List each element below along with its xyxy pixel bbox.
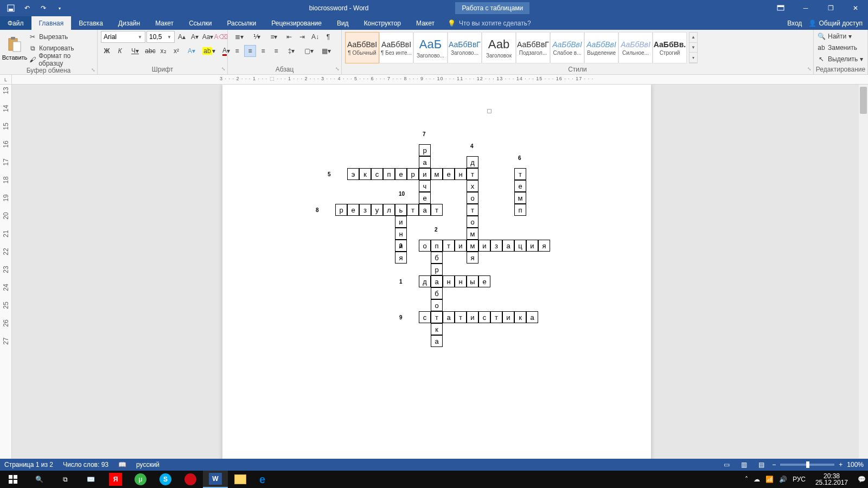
find-button[interactable]: 🔍Найти ▾ [817,31,863,42]
crossword-cell[interactable]: т [407,204,419,216]
tab-layout[interactable]: Макет [148,16,181,30]
style-item[interactable]: АаБбВвІСлабое в... [550,32,584,63]
justify-icon[interactable]: ≡ [270,45,282,57]
crossword-cell[interactable]: е [347,204,359,216]
crossword-cell[interactable]: н [455,275,467,287]
page[interactable]: радэкспериментчхееомрезультаттпионмиопти… [222,85,651,471]
crossword-cell[interactable]: м [467,240,478,252]
multilevel-icon[interactable]: ≡▾ [266,31,282,43]
crossword-cell[interactable]: а [419,204,431,216]
crossword-cell[interactable]: п [514,204,526,216]
crossword-cell[interactable]: е [395,168,407,180]
style-item[interactable]: АаБбВвІ¶ Без инте... [379,32,413,63]
crossword-cell[interactable]: р [431,264,443,275]
crossword-cell[interactable]: с [419,311,431,323]
crossword-cell[interactable]: т [431,311,443,323]
undo-icon[interactable]: ↶ [21,2,34,15]
zoom-in-icon[interactable]: + [839,461,843,468]
ribbon-display-icon[interactable] [768,0,793,16]
shading-icon[interactable]: ▢▾ [301,45,317,57]
task-view-icon[interactable]: ⧉ [52,471,78,488]
share-button[interactable]: 👤Общий доступ [808,20,863,27]
text-effects-icon[interactable]: A▾ [183,45,200,57]
change-case-icon[interactable]: Aa▾ [202,31,214,43]
tray-wifi-icon[interactable]: 📶 [765,476,774,483]
crossword-cell[interactable]: т [490,311,502,323]
start-button[interactable] [0,471,26,488]
tray-notifications-icon[interactable]: 💬 [858,476,866,483]
clear-format-icon[interactable]: A⌫ [215,31,227,43]
subscript-button[interactable]: x₂ [157,45,169,57]
crossword-cell[interactable]: д [419,275,431,287]
align-center-icon[interactable]: ≡ [244,45,256,57]
tab-view[interactable]: Вид [329,16,356,30]
maximize-icon[interactable]: ❐ [818,0,843,16]
tell-me-input[interactable]: 💡Что вы хотите сделать? [442,16,782,30]
tab-home[interactable]: Главная [31,16,72,30]
tray-language[interactable]: РУС [793,476,806,483]
crossword-cell[interactable]: е [443,168,455,180]
crossword-cell[interactable]: п [431,240,443,252]
vertical-scrollbar[interactable]: ▲ ▼ [859,85,868,471]
tray-clock[interactable]: 20:3825.12.2017 [811,473,852,486]
style-item[interactable]: АаbЗаголовок [482,32,516,63]
launcher-icon[interactable]: ⤡ [335,66,340,72]
crossword-cell[interactable]: т [455,311,467,323]
font-name-select[interactable]: Arial▼ [101,31,145,43]
style-item[interactable]: АаБбВвІВыделение [584,32,618,63]
table-move-handle-icon[interactable] [487,109,492,113]
underline-button[interactable]: Ч▾ [127,45,143,57]
read-mode-icon[interactable]: ▭ [720,460,733,470]
tab-table-layout[interactable]: Макет [409,16,442,30]
mail-app-icon[interactable]: ✉️ [78,471,103,488]
tab-insert[interactable]: Вставка [71,16,111,30]
tray-chevron-icon[interactable]: ˄ [745,476,748,483]
redo-icon[interactable]: ↷ [37,2,50,15]
explorer-app-icon[interactable] [228,471,253,488]
skype-app-icon[interactable]: S [153,471,178,488]
word-count[interactable]: Число слов: 93 [63,461,108,468]
style-item[interactable]: АаБбВвГПодзагол... [516,32,550,63]
crossword-cell[interactable]: б [431,252,443,264]
crossword-cell[interactable]: о [467,216,478,228]
crossword-cell[interactable]: а [526,311,538,323]
font-size-select[interactable]: 10,5▼ [146,31,175,43]
zoom-slider[interactable] [780,464,834,466]
crossword-cell[interactable]: а [431,335,443,347]
crossword-cell[interactable]: ц [514,240,526,252]
crossword-cell[interactable]: и [502,311,514,323]
crossword-cell[interactable]: с [371,168,383,180]
page-status[interactable]: Страница 1 из 2 [4,461,53,468]
crossword-cell[interactable]: о [431,299,443,311]
search-icon[interactable]: 🔍 [26,471,52,488]
bullets-icon[interactable]: ≣▾ [231,31,247,43]
tab-references[interactable]: Ссылки [181,16,219,30]
horizontal-ruler[interactable]: L 3 · · · 2 · · · 1 · · · ⬚ · · · 1 · · … [0,75,868,85]
crossword-cell[interactable]: н [455,168,467,180]
styles-scroll[interactable]: ▲▼▾ [689,32,698,63]
crossword-cell[interactable]: у [371,204,383,216]
launcher-icon[interactable]: ⤡ [807,66,812,72]
save-icon[interactable] [4,2,17,15]
crossword-cell[interactable]: д [467,156,478,168]
crossword-cell[interactable]: и [419,168,431,180]
crossword-cell[interactable]: т [467,204,478,216]
close-icon[interactable]: ✕ [843,0,868,16]
format-painter-button[interactable]: 🖌Формат по образцу [28,54,94,65]
crossword-cell[interactable]: к [359,168,371,180]
crossword-cell[interactable]: е [478,275,490,287]
vertical-ruler[interactable]: 131415161718192021222324252627 [0,85,12,471]
bold-button[interactable]: Ж [101,45,113,57]
crossword-cell[interactable]: э [347,168,359,180]
crossword-cell[interactable]: а [431,275,443,287]
print-layout-icon[interactable]: ▥ [737,460,750,470]
numbering-icon[interactable]: ⅟▾ [248,31,265,43]
crossword-cell[interactable]: е [514,180,526,192]
crossword-cell[interactable]: т [514,168,526,180]
spellcheck-icon[interactable]: 📖 [118,461,126,468]
decrease-font-icon[interactable]: A▾ [189,31,201,43]
style-item[interactable]: АаБбВвГЗаголово... [448,32,482,63]
crossword-cell[interactable]: и [395,216,407,228]
styles-gallery[interactable]: АаБбВвІ¶ ОбычныйАаБбВвІ¶ Без инте...АаБЗ… [345,31,687,65]
increase-font-icon[interactable]: A▴ [176,31,188,43]
